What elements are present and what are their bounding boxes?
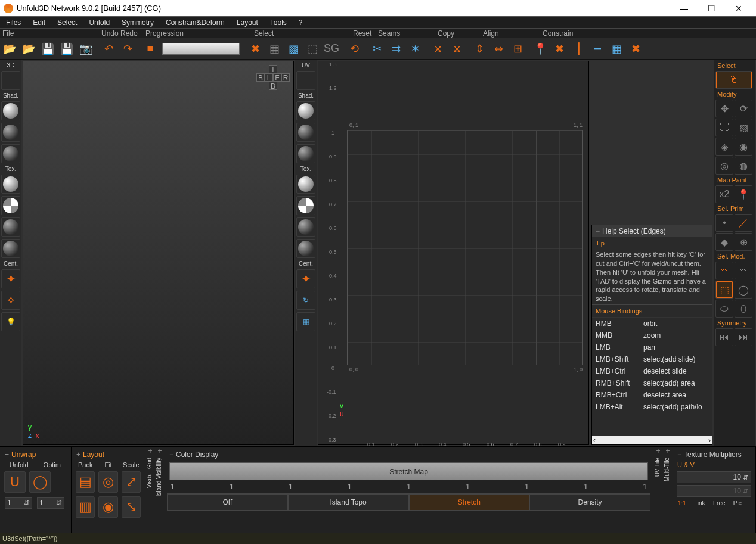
tab-fit[interactable]: Fit	[97, 460, 119, 470]
uv-cent3-icon[interactable]: ▦	[296, 312, 315, 331]
snapshot-icon[interactable]: 📷	[77, 40, 95, 58]
tab-unfold[interactable]: Unfold	[2, 460, 36, 470]
copy2-icon[interactable]: ⤩	[448, 40, 466, 58]
tab-pack[interactable]: Pack	[74, 460, 97, 470]
tm-u-spin[interactable]: 10 ⇵	[677, 471, 751, 483]
pack1-icon[interactable]: ▤	[76, 471, 95, 493]
vert-icon[interactable]: •	[715, 214, 733, 232]
reset-icon[interactable]: ⟲	[345, 40, 363, 58]
tm-v-spin[interactable]: 10 ⇵	[677, 485, 751, 497]
warp2-icon[interactable]: ◉	[735, 138, 752, 156]
stop-icon[interactable]: ■	[141, 40, 159, 58]
tm-link[interactable]: Link	[691, 499, 708, 508]
unpin-icon[interactable]: ✖	[550, 40, 568, 58]
help-title[interactable]: −Help Select (Edges)	[592, 225, 712, 237]
tm-pic[interactable]: Pic	[730, 499, 745, 508]
reopen-icon[interactable]: 📂	[20, 40, 38, 58]
grid-label[interactable]: Grid	[145, 455, 155, 471]
visib-label[interactable]: Visib.	[145, 471, 155, 490]
select-sg-icon[interactable]: SG	[323, 40, 340, 58]
weld-icon[interactable]: ⇉	[387, 40, 405, 58]
optim-stepper[interactable]: 1⇵	[37, 497, 64, 509]
align-v-icon[interactable]: ⇕	[470, 40, 488, 58]
optim-btn-icon[interactable]: ◯	[29, 471, 51, 493]
select-inv-icon[interactable]: ▩	[284, 40, 302, 58]
help-hscroll[interactable]: ‹›	[592, 436, 712, 444]
menu-layout[interactable]: Layout	[231, 17, 264, 29]
menu-edit[interactable]: Edit	[27, 17, 51, 29]
island-icon[interactable]: ⊕	[735, 233, 752, 251]
pack2-icon[interactable]: ▥	[76, 496, 95, 518]
tm-11[interactable]: 1:1	[675, 499, 689, 508]
maximize-button[interactable]: ☐	[698, 0, 725, 17]
scale-icon[interactable]: ⛶	[715, 119, 733, 136]
constrain-h-icon[interactable]: ━	[588, 40, 606, 58]
cut-icon[interactable]: ✂	[368, 40, 386, 58]
tex2-icon[interactable]	[1, 196, 20, 215]
tex3-icon[interactable]	[1, 217, 20, 237]
deselect-icon[interactable]: ✖	[246, 40, 264, 58]
tab-optim[interactable]: Optim	[36, 460, 69, 470]
menu-select[interactable]: Select	[51, 17, 83, 29]
cd-tab-off[interactable]: Off	[167, 494, 288, 511]
sym1-icon[interactable]: ⏮	[715, 328, 733, 346]
constrain-del-icon[interactable]: ✖	[627, 40, 645, 58]
cent2-icon[interactable]: ✧	[1, 291, 20, 310]
edge-icon[interactable]: ／	[735, 214, 752, 232]
mod4-icon[interactable]: ◯	[735, 281, 752, 299]
mod2-icon[interactable]: 〰	[735, 262, 752, 279]
scale1-icon[interactable]: ⤢	[122, 471, 141, 493]
mouse-bindings-table[interactable]: RMBorbit MMBzoom LMBpan LMB+Shiftselect(…	[592, 317, 712, 436]
mod6-icon[interactable]: ⬯	[735, 300, 752, 318]
multitile-label[interactable]: Multi-Tile	[663, 455, 673, 484]
autoseam-icon[interactable]: ✶	[406, 40, 424, 58]
island-vis-label[interactable]: Island Visibility	[155, 455, 165, 499]
open-icon[interactable]: 📂	[1, 40, 18, 58]
align-grid-icon[interactable]: ⊞	[509, 40, 526, 58]
fit1-icon[interactable]: ◎	[98, 471, 117, 493]
constrain-v-icon[interactable]: ┃	[569, 40, 587, 58]
menu-symmetry[interactable]: Symmetry	[116, 17, 160, 29]
cent1-icon[interactable]: ✦	[1, 269, 20, 288]
unfold-btn-icon[interactable]: U	[4, 471, 26, 493]
mod5-icon[interactable]: ⬭	[715, 300, 733, 318]
warp3-icon[interactable]: ◎	[715, 157, 733, 175]
copy1-icon[interactable]: ⤨	[429, 40, 447, 58]
menu-unfold[interactable]: Unfold	[83, 17, 116, 29]
unwrap-title[interactable]: Unwrap	[2, 449, 69, 460]
mod1-icon[interactable]: 〰	[715, 262, 733, 279]
scale2-icon[interactable]: ⤡	[122, 496, 141, 518]
uv-cent1-icon[interactable]: ✦	[296, 269, 315, 288]
viewport-uv[interactable]: 0, 1 1, 1 0, 0 1, 0 1.3 1.2 1 0.9 0.8 0.…	[318, 61, 589, 445]
move-icon[interactable]: ✥	[715, 100, 733, 117]
uv-shade2-icon[interactable]	[296, 123, 315, 142]
redo-icon[interactable]: ↷	[119, 40, 137, 58]
mod3-icon[interactable]: ⬚	[715, 281, 733, 299]
layout-title[interactable]: Layout	[74, 449, 142, 460]
rotate-icon[interactable]: ⟳	[735, 100, 752, 117]
shade2-icon[interactable]	[1, 123, 20, 142]
select-grow-icon[interactable]: ⬚	[303, 40, 321, 58]
viewport-3d[interactable]: T BLFR B y z x	[23, 61, 294, 445]
select-grid-icon[interactable]: ▦	[265, 40, 283, 58]
distort-icon[interactable]: ▧	[735, 119, 752, 136]
uv-tex1-icon[interactable]	[296, 175, 315, 194]
warp4-icon[interactable]: ◍	[735, 157, 752, 175]
uv-cent2-icon[interactable]: ↻	[296, 291, 315, 310]
warp1-icon[interactable]: ◈	[715, 138, 733, 156]
shade1-icon[interactable]	[1, 101, 20, 120]
fit2-icon[interactable]: ◉	[98, 496, 117, 518]
undo-icon[interactable]: ↶	[100, 40, 117, 58]
tex1-icon[interactable]	[1, 175, 20, 194]
close-button[interactable]: ✕	[725, 0, 752, 17]
cd-title[interactable]: Color Display	[167, 449, 650, 460]
cd-tab-stretch[interactable]: Stretch	[409, 494, 530, 511]
stretch-map-bar[interactable]: Stretch Map	[169, 462, 648, 480]
minimize-button[interactable]: ―	[670, 0, 698, 17]
uv-tex4-icon[interactable]	[296, 239, 315, 258]
menu-constrain[interactable]: Constrain&Deform	[160, 17, 231, 29]
tex4-icon[interactable]	[1, 239, 20, 258]
shade3-icon[interactable]	[1, 144, 20, 163]
cursor-icon[interactable]: 🖱	[715, 71, 752, 89]
menu-help[interactable]: ?	[293, 17, 309, 29]
